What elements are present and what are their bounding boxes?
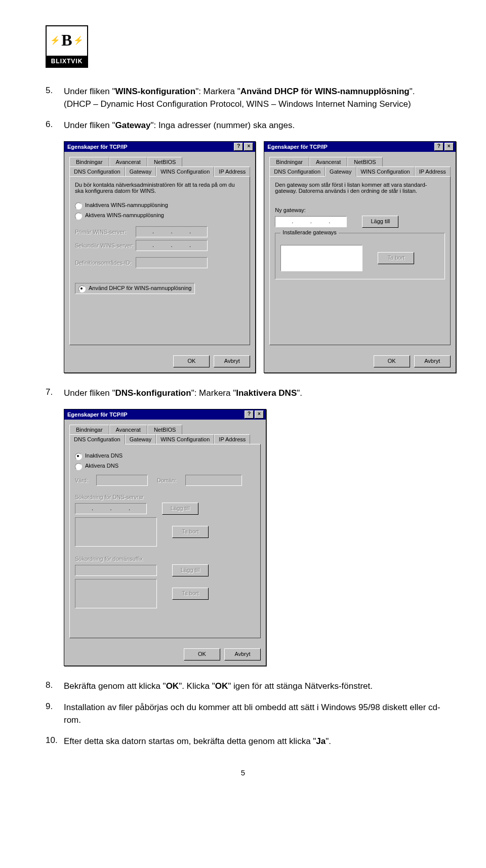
tab-netbios[interactable]: NetBIOS [147, 425, 182, 434]
dialog-wins: Egenskaper för TCP/IP ? × Bindningar Ava… [64, 141, 256, 373]
tab-wins[interactable]: WINS Configuration [156, 434, 214, 444]
step-number: 7. [46, 387, 64, 400]
scope-id-label: Definitionsområdes-ID: [75, 260, 136, 266]
tab-ip[interactable]: IP Address [214, 434, 250, 444]
tab-dns[interactable]: DNS Configuration [69, 167, 125, 176]
dialog-title: Egenskaper för TCP/IP [267, 144, 433, 150]
tab-strip: Bindningar Avancerat NetBIOS DNS Configu… [69, 425, 261, 638]
tab-wins[interactable]: WINS Configuration [156, 167, 214, 177]
cancel-button[interactable]: Avbryt [414, 355, 451, 367]
remove-button[interactable]: Ta bort [378, 252, 414, 264]
close-icon[interactable]: × [255, 410, 264, 419]
tab-ip[interactable]: IP Address [415, 167, 451, 176]
radio-dhcp-wins[interactable] [78, 285, 86, 293]
tab-avancerat[interactable]: Avancerat [309, 157, 347, 167]
step-number: 10. [46, 735, 64, 748]
add-button[interactable]: Lägg till [172, 564, 209, 576]
host-input[interactable] [96, 475, 148, 486]
radio-disable-wins[interactable] [75, 202, 82, 210]
dialog-gateway: Egenskaper för TCP/IP ? × Bindningar Ava… [264, 141, 456, 373]
tab-netbios[interactable]: NetBIOS [347, 157, 382, 167]
domain-suffix-input[interactable] [75, 565, 157, 576]
step-7-text: Under fliken "DNS-konfiguration": Marker… [64, 387, 440, 400]
close-icon[interactable]: × [444, 143, 454, 151]
close-icon[interactable]: × [244, 143, 253, 151]
remove-button[interactable]: Ta bort [172, 526, 209, 538]
tab-dns[interactable]: DNS Configuration [69, 434, 125, 444]
tab-avancerat[interactable]: Avancerat [109, 425, 147, 434]
radio-disable-dns[interactable] [75, 453, 82, 460]
domain-label: Domän: [157, 477, 185, 483]
dialog-title: Egenskaper för TCP/IP [67, 144, 233, 150]
gateway-intro: Den gateway som står först i listan komm… [275, 182, 444, 194]
cancel-button[interactable]: Avbryt [224, 648, 261, 660]
titlebar: Egenskaper för TCP/IP ? × [64, 142, 255, 152]
step-number: 5. [46, 86, 64, 110]
ok-button[interactable]: OK [374, 355, 410, 367]
dns-server-list[interactable] [75, 517, 157, 547]
dns-server-order-label: Sökordning för DNS-servrar [75, 494, 255, 500]
tab-bindningar[interactable]: Bindningar [269, 157, 309, 167]
radio-enable-wins[interactable] [75, 213, 82, 220]
titlebar: Egenskaper för TCP/IP ? × [64, 409, 266, 420]
dialog-title: Egenskaper för TCP/IP [67, 411, 244, 418]
tab-bindningar[interactable]: Bindningar [69, 157, 109, 167]
tab-gateway[interactable]: Gateway [125, 167, 156, 176]
domain-suffix-order-label: Sökordning för domänsuffix [75, 556, 255, 562]
secondary-wins-input[interactable]: ... [136, 240, 208, 251]
tab-wins[interactable]: WINS Configuration [356, 167, 415, 176]
tab-strip: Bindningar Avancerat NetBIOS DNS Configu… [69, 157, 250, 345]
add-button[interactable]: Lägg till [162, 503, 198, 515]
tab-bindningar[interactable]: Bindningar [69, 425, 109, 434]
radio-enable-dns[interactable] [75, 463, 82, 470]
host-label: Värd: [75, 477, 96, 483]
primary-wins-label: Primär WINS-server: [75, 229, 136, 235]
tab-strip: Bindningar Avancerat NetBIOS DNS Configu… [269, 157, 450, 345]
primary-wins-input[interactable]: ... [136, 226, 208, 237]
help-icon[interactable]: ? [234, 143, 243, 151]
installed-gateways-label: Installerade gateways [280, 229, 338, 235]
step-8-text: Bekräfta genom att klicka "OK". Klicka "… [64, 680, 440, 693]
tab-gateway[interactable]: Gateway [125, 434, 156, 444]
cancel-button[interactable]: Avbryt [214, 355, 250, 367]
tab-netbios[interactable]: NetBIOS [147, 157, 182, 167]
step-9-text: Installation av filer påbörjas och du ko… [64, 701, 440, 726]
step-number: 8. [46, 680, 64, 693]
add-button[interactable]: Lägg till [362, 216, 398, 228]
step-number: 9. [46, 701, 64, 726]
step-number: 6. [46, 119, 64, 132]
step-5-text: Under fliken "WINS-konfiguration": Marke… [64, 86, 440, 110]
new-gateway-label: Ny gateway: [275, 207, 444, 213]
brand-logo: ⚡B⚡ BLIXTVIK [46, 25, 88, 68]
ok-button[interactable]: OK [173, 355, 210, 367]
dialog-dns: Egenskaper för TCP/IP ? × Bindningar Ava… [64, 409, 266, 666]
titlebar: Egenskaper för TCP/IP ? × [264, 142, 455, 152]
scope-id-input[interactable] [136, 257, 208, 268]
help-icon[interactable]: ? [245, 410, 254, 419]
help-icon[interactable]: ? [434, 143, 443, 151]
brand-name: BLIXTVIK [47, 56, 87, 67]
tab-avancerat[interactable]: Avancerat [109, 157, 147, 167]
dns-server-input[interactable]: ... [75, 503, 147, 514]
secondary-wins-label: Sekundär WINS-server: [75, 242, 136, 249]
tab-dns[interactable]: DNS Configuration [269, 167, 325, 176]
installed-gateways-list[interactable] [280, 245, 362, 271]
step-10-text: Efter detta ska datorn startas om, bekrä… [64, 735, 440, 748]
step-6-text: Under fliken "Gateway": Inga adresser (n… [64, 119, 440, 132]
wins-intro: Du bör kontakta nätverksadministratören … [75, 182, 245, 194]
ok-button[interactable]: OK [184, 648, 220, 660]
page-number: 5 [46, 768, 440, 777]
tab-ip[interactable]: IP Address [214, 167, 250, 176]
domain-suffix-list[interactable] [75, 579, 157, 608]
new-gateway-input[interactable]: ... [275, 216, 347, 227]
remove-button[interactable]: Ta bort [172, 588, 209, 600]
tab-gateway[interactable]: Gateway [325, 167, 356, 177]
domain-input[interactable] [185, 475, 242, 486]
